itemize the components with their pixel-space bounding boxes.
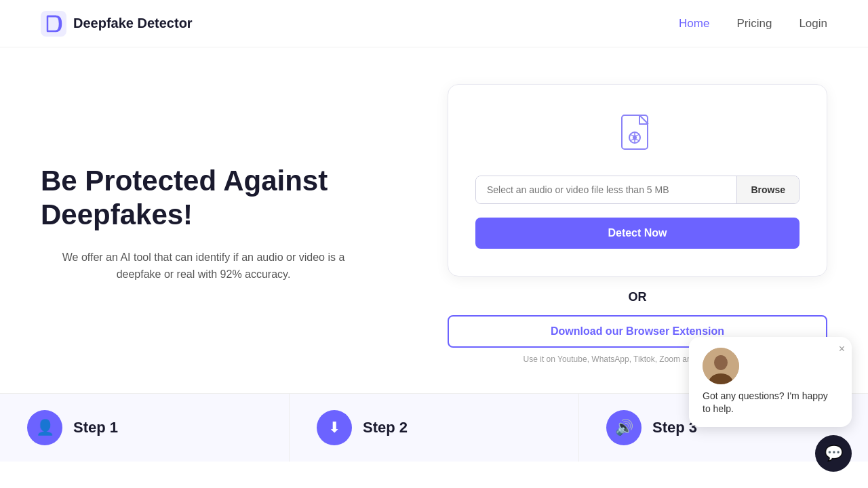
- step-3-icon: 🔊: [615, 419, 633, 436]
- logo-icon: [41, 11, 66, 37]
- upload-icon-area: [475, 112, 800, 159]
- file-input[interactable]: [476, 176, 736, 203]
- detect-button[interactable]: Detect Now: [475, 218, 800, 249]
- svg-rect-0: [41, 11, 66, 37]
- main-nav: Home Pricing Login: [679, 17, 827, 30]
- chat-message: Got any questions? I'm happy to help.: [703, 390, 838, 416]
- browse-button[interactable]: Browse: [736, 176, 799, 203]
- step-2-item: ⬇ Step 2: [290, 394, 579, 462]
- step-1-label: Step 1: [73, 419, 118, 436]
- file-input-row: Browse: [475, 176, 800, 204]
- step-1-icon: 👤: [36, 419, 54, 436]
- step-2-label: Step 2: [363, 419, 408, 436]
- upload-card: Browse Detect Now: [448, 84, 827, 277]
- step-1-circle: 👤: [27, 410, 62, 445]
- hero-section: Be Protected Against Deepfakes! We offer…: [41, 164, 420, 283]
- upload-section: Browse Detect Now OR Download our Browse…: [448, 84, 827, 364]
- svg-point-6: [714, 355, 728, 370]
- step-1-item: 👤 Step 1: [0, 394, 290, 462]
- hero-subtitle: We offer an AI tool that can identify if…: [41, 249, 366, 283]
- file-audio-icon: [614, 112, 661, 159]
- step-2-circle: ⬇: [317, 410, 352, 445]
- or-text: OR: [629, 290, 647, 304]
- step-2-icon: ⬇: [328, 419, 340, 436]
- or-separator: OR: [448, 290, 827, 304]
- chat-widget: × Got any questions? I'm happy to help. …: [689, 337, 852, 472]
- logo-text: Deepfake Detector: [73, 16, 193, 31]
- chat-toggle-button[interactable]: 💬: [815, 435, 852, 472]
- step-3-circle: 🔊: [606, 410, 642, 445]
- chat-bubble: × Got any questions? I'm happy to help.: [689, 337, 852, 427]
- hero-title: Be Protected Against Deepfakes!: [41, 164, 420, 232]
- chat-close-button[interactable]: ×: [839, 344, 845, 354]
- nav-home[interactable]: Home: [679, 17, 709, 30]
- chat-toggle-icon: 💬: [825, 445, 843, 462]
- chat-avatar: [703, 348, 739, 384]
- logo-area: Deepfake Detector: [41, 11, 193, 37]
- nav-pricing[interactable]: Pricing: [736, 17, 772, 30]
- nav-login[interactable]: Login: [799, 17, 827, 30]
